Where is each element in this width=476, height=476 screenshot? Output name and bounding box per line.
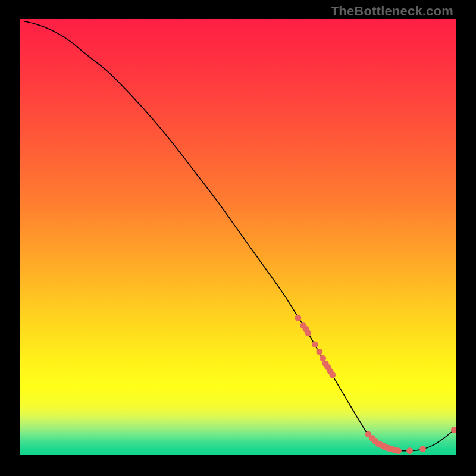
gradient-background: [20, 19, 456, 455]
data-marker: [329, 372, 336, 378]
data-marker: [316, 349, 322, 355]
axis-sentinel: [239, 454, 239, 455]
watermark-text: TheBottleneck.com: [331, 4, 453, 19]
data-marker: [312, 341, 318, 347]
chart-frame: TheBottleneck.com: [0, 0, 476, 476]
data-marker: [406, 447, 413, 454]
plot-svg: [20, 19, 456, 455]
data-marker: [395, 447, 402, 454]
data-marker: [305, 330, 311, 336]
plot-area: [20, 19, 456, 455]
data-marker: [295, 315, 302, 321]
data-marker: [419, 446, 426, 452]
